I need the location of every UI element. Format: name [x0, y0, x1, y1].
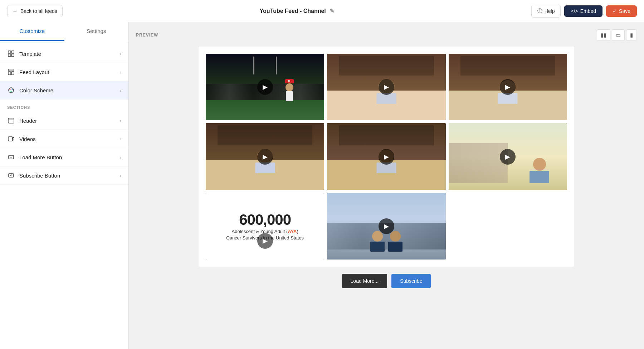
video-thumb-3[interactable]: ▶ — [449, 54, 567, 120]
load-more-icon — [7, 153, 15, 161]
svg-point-10 — [11, 91, 12, 92]
video-thumb-5[interactable]: ▶ — [327, 123, 445, 190]
menu-item-left: Load More Button — [7, 153, 62, 161]
main-layout: Customize Settings — [0, 22, 644, 349]
subscribe-chevron-icon: › — [120, 173, 121, 178]
video-thumb-8[interactable]: ▶ — [327, 193, 445, 260]
feed-title: YouTube Feed - Channel — [260, 8, 326, 14]
topbar-center: YouTube Feed - Channel ✎ — [260, 8, 334, 14]
svg-rect-3 — [11, 54, 14, 57]
desktop-view-button[interactable]: ▮▮ — [597, 29, 610, 41]
sidebar-menu: Template › Feed Layout › — [0, 41, 128, 188]
settings-tab-label: Settings — [87, 28, 106, 34]
layout-icon — [7, 68, 15, 76]
play-button-4[interactable]: ▶ — [257, 149, 273, 165]
play-button-5[interactable]: ▶ — [379, 149, 394, 165]
svg-point-7 — [9, 88, 14, 93]
preview-area: PREVIEW ▮▮ ▭ ▮ — [129, 22, 644, 349]
sidebar-item-videos[interactable]: Videos › — [0, 130, 128, 148]
svg-rect-13 — [8, 137, 13, 141]
header-label: Header — [19, 118, 37, 124]
menu-item-left: Subscribe Button — [7, 171, 60, 179]
video-icon — [7, 135, 15, 143]
sidebar-item-load-more-button[interactable]: Load More Button › — [0, 148, 128, 166]
svg-rect-11 — [8, 118, 14, 123]
menu-item-left: Feed Layout — [7, 68, 49, 76]
template-label: Template — [19, 51, 41, 57]
edit-title-icon[interactable]: ✎ — [330, 8, 334, 14]
load-more-label: Load More... — [351, 278, 379, 284]
template-chevron-icon: › — [120, 51, 121, 57]
svg-point-8 — [10, 89, 11, 90]
color-scheme-label: Color Scheme — [19, 87, 53, 93]
grid-icon — [7, 50, 15, 58]
subscribe-button-label: Subscribe Button — [19, 173, 60, 179]
subscribe-icon — [7, 171, 15, 179]
preview-header: PREVIEW ▮▮ ▭ ▮ — [136, 29, 637, 41]
subscribe-button[interactable]: Subscribe — [391, 274, 431, 288]
topbar-right: ⓘ Help </> Embed ✓ Save — [531, 5, 637, 18]
svg-rect-1 — [11, 51, 14, 53]
stats-line1: Adolescent & Young Adult — [232, 229, 285, 234]
play-button-1[interactable]: ▶ — [257, 79, 273, 95]
sidebar-item-feed-layout[interactable]: Feed Layout › — [0, 63, 128, 81]
device-buttons: ▮▮ ▭ ▮ — [597, 29, 637, 41]
embed-label: Embed — [580, 8, 596, 14]
back-arrow-icon: ← — [13, 8, 18, 14]
tab-customize[interactable]: Customize — [0, 22, 64, 41]
color-scheme-chevron-icon: › — [120, 88, 121, 93]
back-label: Back to all feeds — [20, 8, 57, 14]
load-more-button[interactable]: Load More... — [342, 274, 387, 288]
svg-rect-4 — [8, 69, 14, 71]
video-thumb-6[interactable]: ▶ — [449, 123, 567, 190]
svg-rect-2 — [8, 54, 11, 57]
topbar: ← Back to all feeds YouTube Feed - Chann… — [0, 0, 644, 22]
video-thumb-2[interactable]: ▶ — [327, 54, 445, 120]
save-button[interactable]: ✓ Save — [606, 5, 637, 17]
embed-button[interactable]: </> Embed — [564, 5, 602, 17]
load-more-button-label: Load More Button — [19, 154, 62, 160]
svg-rect-0 — [8, 51, 11, 53]
video-thumb-1[interactable]: ▶ — [206, 54, 324, 120]
sidebar-item-color-scheme[interactable]: Color Scheme › — [0, 81, 128, 100]
help-button[interactable]: ⓘ Help — [531, 5, 561, 18]
customize-tab-label: Customize — [19, 28, 45, 34]
svg-rect-5 — [8, 72, 11, 75]
menu-item-left: Header — [7, 117, 37, 125]
sidebar-item-header[interactable]: Header › — [0, 112, 128, 130]
tablet-view-button[interactable]: ▭ — [612, 29, 625, 41]
aya-highlight: AYA — [288, 229, 297, 234]
header-chevron-icon: › — [120, 118, 121, 123]
menu-item-left: Videos — [7, 135, 36, 143]
video-grid: ▶ ▶ — [199, 47, 574, 267]
help-label: Help — [545, 8, 555, 14]
play-button-7[interactable]: ▶ — [257, 233, 273, 249]
tab-settings[interactable]: Settings — [64, 22, 129, 41]
sidebar: Customize Settings — [0, 22, 129, 349]
mobile-view-button[interactable]: ▮ — [626, 29, 637, 41]
video-thumb-4[interactable]: ▶ — [206, 123, 324, 190]
subscribe-label: Subscribe — [400, 278, 422, 284]
save-check-icon: ✓ — [613, 8, 617, 14]
sidebar-item-subscribe-button[interactable]: Subscribe Button › — [0, 166, 128, 185]
play-button-8[interactable]: ▶ — [379, 218, 394, 234]
play-button-2[interactable]: ▶ — [379, 79, 394, 95]
preview-bottom: Load More... Subscribe — [136, 274, 637, 295]
feed-layout-chevron-icon: › — [120, 69, 121, 75]
menu-item-left: Color Scheme — [7, 86, 53, 94]
play-button-3[interactable]: ▶ — [500, 79, 516, 95]
preview-label-text: PREVIEW — [136, 33, 158, 38]
play-button-6[interactable]: ▶ — [500, 149, 516, 165]
sidebar-item-template[interactable]: Template › — [0, 45, 128, 63]
video-thumb-7[interactable]: 600,000 Adolescent & Young Adult (AYA) C… — [206, 193, 324, 260]
stats-aya: (AYA) — [286, 229, 298, 234]
sidebar-tabs: Customize Settings — [0, 22, 128, 41]
svg-rect-6 — [11, 72, 14, 75]
videos-label: Videos — [19, 136, 36, 142]
help-circle-icon: ⓘ — [537, 8, 542, 14]
save-label: Save — [619, 8, 630, 14]
back-to-feeds-button[interactable]: ← Back to all feeds — [7, 5, 63, 17]
palette-icon — [7, 86, 15, 94]
header-icon — [7, 117, 15, 125]
svg-point-9 — [12, 89, 13, 90]
